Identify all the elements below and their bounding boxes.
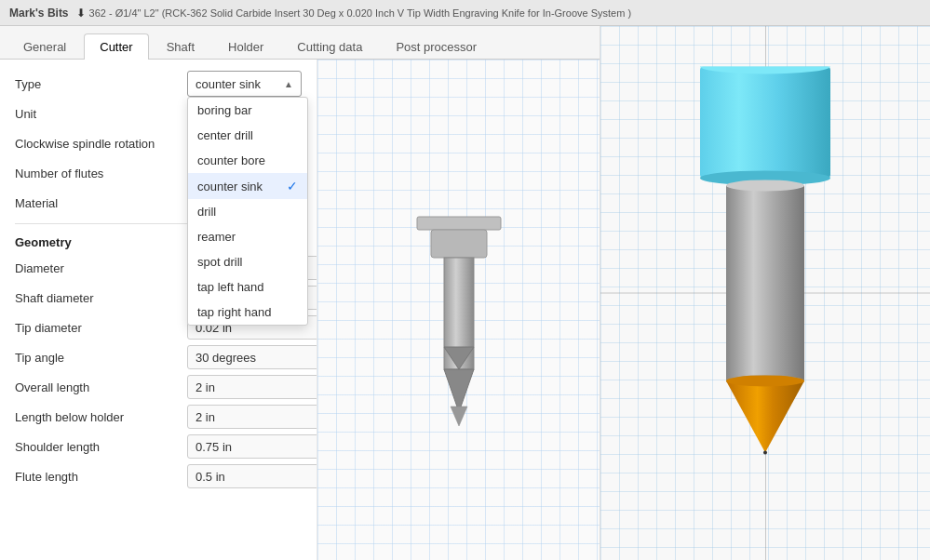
svg-marker-5: [451, 407, 467, 426]
material-label: Material: [15, 196, 187, 210]
shoulder-length-input[interactable]: [187, 434, 317, 459]
svg-marker-4: [444, 369, 474, 412]
shoulder-length-label: Shoulder length: [15, 440, 187, 454]
app-logo: Mark's Bits: [9, 7, 69, 20]
type-value: counter sink: [195, 77, 261, 91]
titlebar-title: 362 - Ø1/4" L2" (RCK-362 Solid Carbide I…: [89, 7, 632, 19]
tip-angle-label: Tip angle: [15, 351, 187, 365]
check-icon: ✓: [287, 179, 298, 193]
length-below-holder-row: Length below holder: [15, 404, 302, 430]
type-label: Type: [15, 77, 187, 91]
titlebar: Mark's Bits ⬇ 362 - Ø1/4" L2" (RCK-362 S…: [0, 0, 930, 26]
form-panel: Type counter sink ▲ boring bar c: [0, 60, 317, 560]
tip-angle-row: Tip angle: [15, 344, 302, 370]
tool-3d-diagram: [691, 66, 840, 457]
dropdown-label: counter sink: [197, 180, 263, 193]
dropdown-item-drill[interactable]: drill: [188, 199, 307, 224]
tab-cutter[interactable]: Cutter: [84, 33, 148, 60]
dropdown-label: drill: [197, 205, 216, 219]
tab-bar: General Cutter Shaft Holder Cutting data…: [0, 26, 600, 60]
diameter-label: Diameter: [15, 261, 187, 275]
tab-post-processor[interactable]: Post processor: [380, 33, 492, 60]
dropdown-label: tap left hand: [197, 280, 264, 294]
unit-label: Unit: [15, 107, 187, 121]
dropdown-item-counter-sink[interactable]: counter sink ✓: [188, 173, 307, 199]
tab-cutting-data[interactable]: Cutting data: [281, 33, 378, 60]
dropdown-item-tap-left[interactable]: tap left hand: [188, 274, 307, 300]
shoulder-length-row: Shoulder length: [15, 433, 302, 460]
svg-rect-9: [726, 185, 804, 380]
length-below-holder-label: Length below holder: [15, 410, 187, 424]
svg-rect-1: [431, 230, 487, 258]
dropdown-item-boring-bar[interactable]: boring bar: [188, 98, 307, 123]
type-select[interactable]: counter sink ▲: [187, 71, 302, 97]
tip-diameter-label: Tip diameter: [15, 321, 187, 335]
dropdown-item-spot-drill[interactable]: spot drill: [188, 249, 307, 274]
dropdown-label: counter bore: [197, 153, 265, 167]
flutes-label: Number of flutes: [15, 167, 187, 180]
svg-point-10: [726, 180, 804, 191]
svg-point-14: [763, 450, 767, 454]
tab-holder[interactable]: Holder: [212, 33, 279, 60]
dropdown-item-tap-right[interactable]: tap right hand: [188, 300, 307, 325]
svg-rect-0: [417, 217, 501, 230]
content-area: Type counter sink ▲ boring bar c: [0, 60, 600, 560]
select-arrow-icon: ▲: [284, 79, 293, 89]
svg-point-13: [726, 375, 804, 386]
flute-length-label: Flute length: [15, 470, 187, 484]
shaft-diameter-label: Shaft diameter: [15, 291, 187, 305]
clockwise-label: Clockwise spindle rotation: [15, 137, 187, 151]
overall-length-row: Overall length: [15, 374, 302, 400]
tab-general[interactable]: General: [7, 33, 82, 60]
dropdown-label: spot drill: [197, 255, 242, 269]
dropdown-item-counter-bore[interactable]: counter bore: [188, 148, 307, 173]
overall-length-input[interactable]: [187, 375, 317, 399]
flute-length-input[interactable]: [187, 464, 317, 488]
left-panel: General Cutter Shaft Holder Cutting data…: [0, 26, 600, 560]
type-select-wrapper: counter sink ▲ boring bar center drill: [187, 71, 302, 97]
svg-marker-12: [726, 380, 804, 452]
right-panel: [600, 26, 930, 560]
dropdown-label: tap right hand: [197, 305, 272, 319]
type-dropdown: boring bar center drill counter bore cou…: [187, 97, 308, 326]
length-below-holder-input[interactable]: [187, 405, 317, 429]
dropdown-label: boring bar: [197, 103, 252, 117]
svg-rect-6: [700, 66, 830, 178]
titlebar-icon: ⬇: [76, 7, 86, 20]
dropdown-item-center-drill[interactable]: center drill: [188, 123, 307, 148]
type-row: Type counter sink ▲ boring bar c: [15, 71, 302, 97]
dropdown-item-reamer[interactable]: reamer: [188, 224, 307, 249]
flute-length-row: Flute length: [15, 463, 302, 489]
tip-angle-input[interactable]: [187, 345, 317, 369]
dropdown-label: center drill: [197, 128, 253, 142]
tool-preview: [317, 60, 600, 560]
tool-diagram: [366, 161, 552, 459]
main-layout: General Cutter Shaft Holder Cutting data…: [0, 26, 930, 560]
overall-length-label: Overall length: [15, 380, 187, 394]
dropdown-label: reamer: [197, 230, 236, 244]
tab-shaft[interactable]: Shaft: [151, 33, 210, 60]
